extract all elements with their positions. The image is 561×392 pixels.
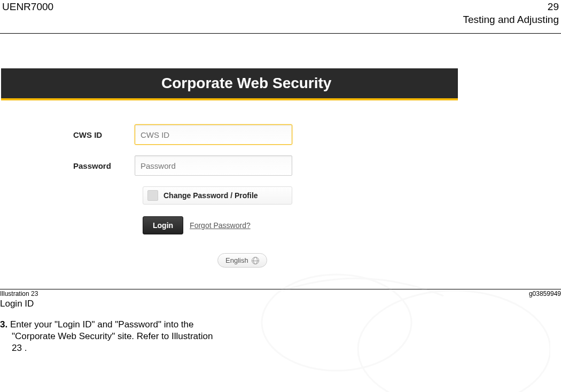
language-row: English — [217, 253, 458, 268]
step-number: 3. — [0, 319, 7, 330]
change-password-toggle[interactable]: Change Password / Profile — [143, 186, 292, 205]
graphic-code: g03859949 — [529, 290, 561, 297]
password-input[interactable] — [135, 155, 292, 176]
step-line-1: Enter your "Login ID" and "Password" int… — [10, 319, 194, 330]
cws-id-row: CWS ID — [1, 124, 458, 145]
login-button[interactable]: Login — [143, 216, 183, 234]
doc-code: UENR7000 — [2, 1, 53, 26]
illustration-screenshot: Corporate Web Security CWS ID Password C… — [1, 68, 458, 268]
page-number: 29 — [463, 1, 559, 13]
step-line-2: "Corporate Web Security" site. Refer to … — [0, 331, 256, 342]
button-row: Login Forgot Password? — [143, 216, 458, 234]
cws-id-input[interactable] — [135, 124, 292, 145]
watermark-graphic — [230, 258, 550, 392]
step-line-3: 23 . — [0, 342, 256, 354]
globe-icon — [252, 257, 259, 264]
forgot-password-link[interactable]: Forgot Password? — [190, 221, 251, 230]
illustration-footer: Illustration 23 g03859949 — [0, 289, 561, 297]
language-selector[interactable]: English — [217, 253, 267, 268]
header-divider — [0, 33, 561, 34]
banner-title: Corporate Web Security — [1, 68, 458, 100]
language-label: English — [225, 256, 248, 264]
checkbox-icon — [147, 190, 158, 201]
password-label: Password — [1, 161, 135, 170]
password-row: Password — [1, 155, 458, 176]
page-header: UENR7000 29 Testing and Adjusting — [0, 0, 561, 26]
step-3-text: 3. Enter your "Login ID" and "Password" … — [0, 319, 256, 354]
illustration-number: Illustration 23 — [0, 290, 38, 297]
illustration-caption: Login ID — [0, 299, 561, 309]
login-form: CWS ID Password Change Password / Profil… — [1, 100, 458, 268]
change-password-label: Change Password / Profile — [163, 191, 258, 200]
header-right: 29 Testing and Adjusting — [463, 1, 559, 26]
cws-id-label: CWS ID — [1, 130, 135, 139]
section-title: Testing and Adjusting — [463, 14, 559, 26]
